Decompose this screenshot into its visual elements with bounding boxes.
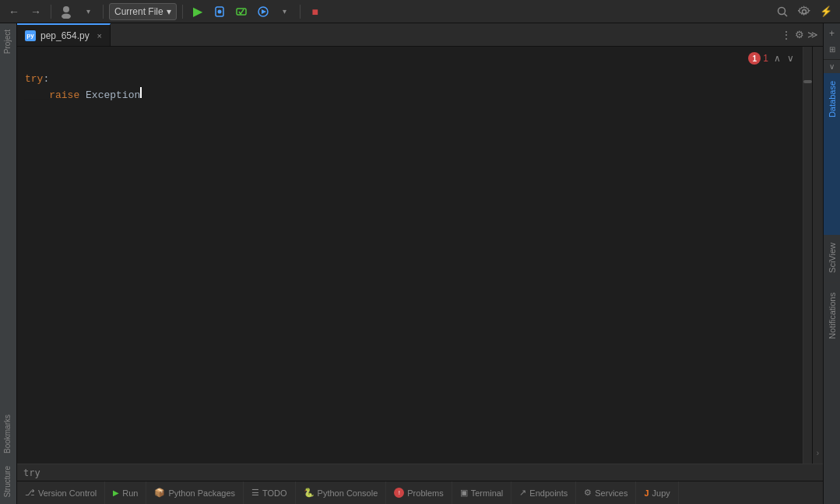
todo-label: TODO bbox=[262, 488, 287, 498]
debug-button[interactable] bbox=[210, 2, 229, 21]
tab-python-packages[interactable]: 📦 Python Packages bbox=[146, 481, 244, 504]
app-window: ← → ▾ Current File ▾ ▶ bbox=[0, 0, 840, 504]
toolbar-right-group: ⚡ bbox=[773, 2, 835, 21]
packages-label: Python Packages bbox=[168, 488, 235, 498]
nav-back-button[interactable]: ← bbox=[5, 2, 23, 21]
coverage-button[interactable] bbox=[232, 2, 251, 21]
database-tab-active[interactable]: Database bbox=[824, 73, 840, 235]
editor-scrollbar-gutter bbox=[803, 47, 812, 464]
error-nav-up[interactable]: ∧ bbox=[771, 52, 783, 65]
expand-right-btn[interactable]: + bbox=[825, 26, 839, 40]
run-config-dropdown[interactable]: Current File ▾ bbox=[109, 3, 177, 20]
tab-more-actions[interactable]: ⋮ bbox=[781, 29, 792, 41]
run-config-label: Current File bbox=[114, 6, 163, 17]
services-label: Services bbox=[595, 488, 627, 498]
notifications-tab-label: Notifications bbox=[826, 289, 838, 342]
notifications-tab[interactable]: Notifications bbox=[824, 285, 840, 347]
split-vertical-btn[interactable]: ⊞ bbox=[825, 42, 839, 56]
vc-label: Version Control bbox=[38, 488, 97, 498]
toolbar-separator-3 bbox=[182, 5, 183, 19]
services-icon: ⚙ bbox=[584, 488, 592, 498]
database-tab-label: Database bbox=[826, 78, 838, 121]
svg-line-8 bbox=[785, 13, 788, 16]
tab-services[interactable]: ⚙ Services bbox=[576, 481, 636, 504]
tab-settings[interactable]: ⚙ bbox=[795, 29, 804, 40]
tab-expand[interactable]: ≫ bbox=[807, 29, 818, 40]
profile-icon bbox=[59, 5, 73, 19]
packages-icon: 📦 bbox=[154, 488, 165, 498]
coverage-icon bbox=[235, 5, 248, 18]
svg-point-3 bbox=[217, 9, 221, 13]
content-area: Project Bookmarks Structure py pep_654.p… bbox=[0, 23, 840, 504]
keyword-raise: raise bbox=[49, 88, 86, 103]
editor-indicator-bar: 1 1 ∧ ∨ bbox=[17, 47, 803, 70]
tab-filename: pep_654.py bbox=[40, 30, 90, 41]
endpoints-label: Endpoints bbox=[529, 488, 568, 498]
tab-bar-actions: ⋮ ⚙ ≫ bbox=[776, 23, 823, 46]
sidebar-item-project[interactable]: Project bbox=[0, 23, 16, 60]
profile-button[interactable] bbox=[57, 2, 76, 21]
todo-icon: ☰ bbox=[251, 488, 259, 498]
tab-run[interactable]: ▶ Run bbox=[105, 481, 146, 504]
colon-1: : bbox=[43, 72, 49, 87]
scrollbar-thumb[interactable] bbox=[803, 80, 812, 83]
profile-dropdown-arrow[interactable]: ▾ bbox=[79, 2, 97, 21]
svg-point-9 bbox=[803, 9, 807, 13]
collapse-right-button[interactable]: › bbox=[817, 449, 819, 457]
tab-problems[interactable]: ! Problems bbox=[386, 481, 452, 504]
tab-endpoints[interactable]: ↗ Endpoints bbox=[511, 481, 576, 504]
tab-close-button[interactable]: × bbox=[97, 31, 102, 40]
svg-marker-6 bbox=[262, 9, 266, 14]
nav-forward-button[interactable]: → bbox=[26, 2, 45, 21]
svg-point-7 bbox=[778, 7, 786, 14]
terminal-label: Terminal bbox=[471, 488, 504, 498]
toolbar-separator-4 bbox=[300, 5, 301, 19]
right-top-icons: + ⊞ bbox=[824, 23, 840, 60]
toolbar-separator-2 bbox=[103, 5, 104, 19]
code-editor[interactable]: 1 1 ∧ ∨ try: ____r bbox=[17, 47, 803, 464]
stop-button[interactable]: ■ bbox=[306, 2, 325, 21]
console-icon: 🐍 bbox=[304, 488, 315, 498]
right-tab-separator bbox=[824, 282, 840, 283]
editor-tab-bar: py pep_654.py × ⋮ ⚙ ≫ bbox=[17, 23, 823, 47]
settings-icon bbox=[798, 5, 810, 18]
settings-button[interactable] bbox=[795, 2, 814, 21]
terminal-icon: ▣ bbox=[460, 488, 468, 498]
sidebar-item-bookmarks[interactable]: Bookmarks bbox=[0, 408, 16, 460]
code-line-2: ____raise Exception bbox=[25, 87, 803, 103]
profile-run-button[interactable] bbox=[254, 2, 272, 21]
toolbar-separator-1 bbox=[51, 5, 51, 19]
error-count-circle: 1 bbox=[748, 52, 761, 65]
sciview-tab-label: SciView bbox=[826, 240, 838, 276]
right-vertical-tabs-panel: + ⊞ ∨ Database SciView Notifications bbox=[823, 23, 840, 504]
plugin-button[interactable]: ⚡ bbox=[817, 2, 835, 21]
jupyter-icon: J bbox=[644, 488, 648, 498]
tab-todo[interactable]: ☰ TODO bbox=[244, 481, 296, 504]
run-button[interactable]: ▶ bbox=[188, 2, 207, 21]
profile-dropdown-btn[interactable]: ▾ bbox=[276, 2, 294, 21]
sidebar-item-structure[interactable]: Structure bbox=[0, 460, 16, 504]
problems-error-dot: ! bbox=[394, 488, 404, 498]
vc-icon: ⎇ bbox=[25, 488, 35, 498]
jupyter-label: Jupy bbox=[652, 488, 670, 498]
tab-version-control[interactable]: ⎇ Version Control bbox=[17, 481, 105, 504]
tab-terminal[interactable]: ▣ Terminal bbox=[452, 481, 512, 504]
sciview-tab[interactable]: SciView bbox=[824, 235, 840, 281]
keyword-try: try bbox=[25, 72, 43, 87]
problems-label: Problems bbox=[407, 488, 443, 498]
run-label: Run bbox=[122, 488, 138, 498]
tab-jupyter[interactable]: J Jupy bbox=[636, 481, 678, 504]
tab-python-console[interactable]: 🐍 Python Console bbox=[296, 481, 387, 504]
right-chevron-down[interactable]: ∨ bbox=[824, 60, 840, 73]
editor-tab-pep654[interactable]: py pep_654.py × bbox=[17, 23, 111, 46]
collapse-strip: › bbox=[812, 47, 823, 464]
error-count-label: 1 bbox=[763, 53, 768, 64]
search-everywhere-button[interactable] bbox=[773, 2, 792, 21]
text-cursor bbox=[140, 87, 142, 98]
debug-icon bbox=[213, 5, 226, 18]
error-nav-down[interactable]: ∨ bbox=[785, 52, 796, 65]
bottom-tool-tabs: ⎇ Version Control ▶ Run 📦 Python Package… bbox=[17, 481, 823, 504]
endpoints-icon: ↗ bbox=[519, 488, 526, 498]
editor-wrapper: 1 1 ∧ ∨ try: ____r bbox=[17, 47, 823, 464]
error-nav-arrows: ∧ ∨ bbox=[771, 52, 796, 65]
